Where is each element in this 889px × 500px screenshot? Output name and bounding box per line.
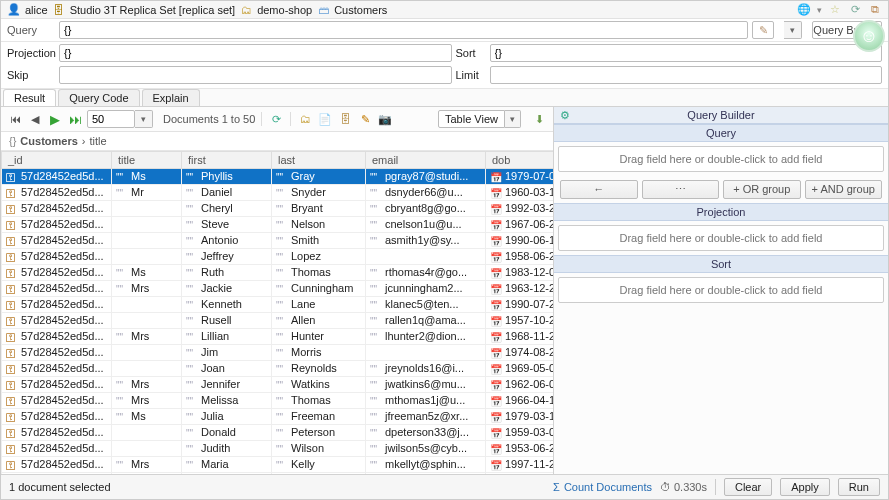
table-row[interactable]: ⚿57d28452ed5d...""Mrs""Jennifer""Watkins… — [2, 377, 554, 393]
table-row[interactable]: ⚿57d28452ed5d...""Ms""Ruth""Thomas""rtho… — [2, 265, 554, 281]
col-title[interactable]: title — [112, 152, 182, 169]
add-folder-icon[interactable]: 🗂 — [297, 111, 313, 127]
run-button[interactable]: ▶ — [47, 111, 63, 127]
qb-drop-sort[interactable]: Drag field here or double-click to add f… — [558, 277, 884, 303]
table-row[interactable]: ⚿57d28452ed5d...""Mildred""Ray""mray3r@s… — [2, 473, 554, 475]
table-row[interactable]: ⚿57d28452ed5d...""Kenneth""Lane""klanec5… — [2, 297, 554, 313]
clear-button[interactable]: Clear — [724, 478, 772, 496]
table-row[interactable]: ⚿57d28452ed5d...""Jim""Morris📅1974-08-27… — [2, 345, 554, 361]
crumb-cluster: Studio 3T Replica Set [replica set] — [70, 4, 236, 16]
clock-icon: ⏱ — [660, 481, 671, 493]
popout-icon[interactable]: ⧉ — [868, 3, 882, 17]
edit-icon[interactable]: ✎ — [357, 111, 373, 127]
qb-and-group-button[interactable]: + AND group — [805, 180, 883, 199]
qb-settings-icon[interactable]: ⚙ — [560, 109, 570, 122]
sort-input[interactable] — [490, 44, 883, 62]
table-row[interactable]: ⚿57d28452ed5d...""Ms""Phyllis""Gray""pgr… — [2, 169, 554, 185]
qb-up-button[interactable]: ⋯ — [642, 180, 720, 199]
view-selector-dropdown[interactable]: ▾ — [505, 110, 521, 128]
table-row[interactable]: ⚿57d28452ed5d...""Mr""Daniel""Snyder""ds… — [2, 185, 554, 201]
query-label: Query — [7, 24, 55, 36]
count-documents-button[interactable]: Σ Count Documents — [553, 481, 652, 493]
view-selector[interactable]: Table View — [438, 110, 505, 128]
db-icon: 🗂 — [239, 3, 253, 17]
skip-input[interactable] — [59, 66, 452, 84]
skip-label: Skip — [7, 69, 55, 81]
crumb-user: alice — [25, 4, 48, 16]
nav-prev-button[interactable]: ◀ — [27, 111, 43, 127]
bc-field[interactable]: title — [90, 135, 107, 147]
qb-section-query: Query — [554, 124, 888, 142]
qb-title: Query Builder — [687, 109, 754, 121]
sort-label: Sort — [456, 47, 486, 59]
projection-input[interactable] — [59, 44, 452, 62]
crumb-db: demo-shop — [257, 4, 312, 16]
sync-icon[interactable]: ⟳ — [848, 3, 862, 17]
table-row[interactable]: ⚿57d28452ed5d...""Rusell""Allen""rallen1… — [2, 313, 554, 329]
apply-button[interactable]: Apply — [780, 478, 830, 496]
profile-avatar[interactable]: ☺ — [853, 20, 885, 52]
qb-section-projection: Projection — [554, 203, 888, 221]
crumb-collection: Customers — [334, 4, 387, 16]
cluster-icon: 🗄 — [52, 3, 66, 17]
limit-input[interactable] — [490, 66, 883, 84]
limit-label: Limit — [456, 69, 486, 81]
snapshot-icon[interactable]: 📷 — [377, 111, 393, 127]
add-document-icon[interactable]: 📄 — [317, 111, 333, 127]
col-email[interactable]: email — [366, 152, 486, 169]
query-edit-button[interactable]: ✎ — [752, 21, 774, 39]
qb-section-sort: Sort — [554, 255, 888, 273]
run-all-button[interactable]: ⏭ — [67, 111, 83, 127]
tab-result[interactable]: Result — [3, 89, 56, 106]
nav-first-button[interactable]: ⏮ — [7, 111, 23, 127]
qb-or-group-button[interactable]: + OR group — [723, 180, 801, 199]
add-connection-icon[interactable]: 🌐 — [797, 3, 811, 17]
table-row[interactable]: ⚿57d28452ed5d...""Steve""Nelson""cnelson… — [2, 217, 554, 233]
dropdown-icon[interactable]: ▾ — [817, 5, 822, 15]
status-selection: 1 document selected — [9, 481, 111, 493]
table-row[interactable]: ⚿57d28452ed5d...""Mrs""Jackie""Cunningha… — [2, 281, 554, 297]
favorite-icon[interactable]: ☆ — [828, 3, 842, 17]
page-info: Documents 1 to 50 — [163, 113, 255, 125]
table-row[interactable]: ⚿57d28452ed5d...""Mrs""Maria""Kelly""mke… — [2, 457, 554, 473]
qb-drop-query[interactable]: Drag field here or double-click to add f… — [558, 146, 884, 172]
projection-label: Projection — [7, 47, 55, 59]
tab-explain[interactable]: Explain — [142, 89, 200, 106]
qb-drop-projection[interactable]: Drag field here or double-click to add f… — [558, 225, 884, 251]
table-row[interactable]: ⚿57d28452ed5d...""Mrs""Melissa""Thomas""… — [2, 393, 554, 409]
query-history-dropdown[interactable]: ▾ — [784, 21, 802, 39]
col-id[interactable]: _id — [2, 152, 112, 169]
refresh-icon[interactable]: ⟳ — [268, 111, 284, 127]
table-row[interactable]: ⚿57d28452ed5d...""Cheryl""Bryant""cbryan… — [2, 201, 554, 217]
page-size-dropdown[interactable]: ▾ — [135, 110, 153, 128]
table-row[interactable]: ⚿57d28452ed5d...""Mrs""Lillian""Hunter""… — [2, 329, 554, 345]
qb-back-button[interactable]: ← — [560, 180, 638, 199]
col-first[interactable]: first — [182, 152, 272, 169]
run-query-button[interactable]: Run — [838, 478, 880, 496]
bc-root[interactable]: Customers — [20, 135, 77, 147]
table-row[interactable]: ⚿57d28452ed5d...""Jeffrey""Lopez📅1958-06… — [2, 249, 554, 265]
status-time: 0.330s — [674, 481, 707, 493]
page-size-input[interactable] — [87, 110, 135, 128]
table-row[interactable]: ⚿57d28452ed5d...""Judith""Wilson""jwilso… — [2, 441, 554, 457]
add-db-icon[interactable]: 🗄 — [337, 111, 353, 127]
tab-query-code[interactable]: Query Code — [58, 89, 139, 106]
user-icon: 👤 — [7, 3, 21, 17]
sum-icon: Σ — [553, 481, 560, 493]
col-dob[interactable]: dob — [486, 152, 554, 169]
table-row[interactable]: ⚿57d28452ed5d...""Ms""Julia""Freeman""jf… — [2, 409, 554, 425]
table-row[interactable]: ⚿57d28452ed5d...""Antonio""Smith""asmith… — [2, 233, 554, 249]
col-last[interactable]: last — [272, 152, 366, 169]
export-icon[interactable]: ⬇ — [531, 111, 547, 127]
table-row[interactable]: ⚿57d28452ed5d...""Donald""Peterson""dpet… — [2, 425, 554, 441]
collection-icon: 🗃 — [316, 3, 330, 17]
query-input[interactable] — [59, 21, 748, 39]
table-row[interactable]: ⚿57d28452ed5d...""Joan""Reynolds""jreyno… — [2, 361, 554, 377]
